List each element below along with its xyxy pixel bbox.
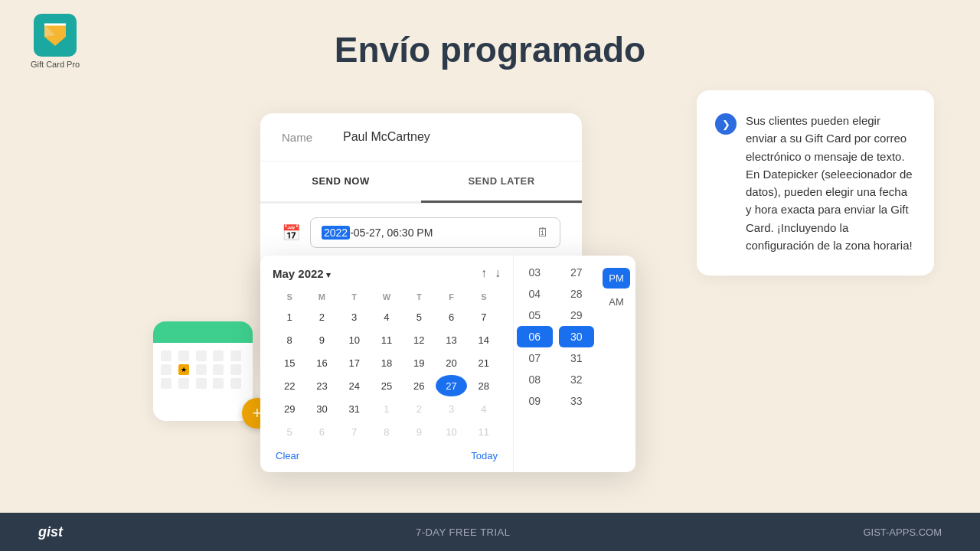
minute-item[interactable]: 29	[556, 305, 598, 326]
calendar-day[interactable]: 7	[469, 306, 499, 328]
minute-item[interactable]: 31	[556, 347, 598, 369]
calendar-day[interactable]: 3	[339, 306, 370, 328]
date-input-text: 2022-05-27, 06:30 PM	[322, 227, 433, 239]
footer-trial: 7-DAY FREE TRIAL	[416, 527, 511, 538]
page-title: Envío programado	[0, 29, 980, 70]
name-label: Name	[282, 131, 343, 144]
calendar-day[interactable]: 15	[274, 352, 305, 373]
calendar-day[interactable]: 6	[306, 421, 337, 442]
info-box: Sus clientes pueden elegir enviar a su G…	[697, 90, 934, 276]
calendar-day[interactable]: 19	[403, 352, 434, 373]
calendar-day[interactable]: 10	[436, 421, 466, 442]
info-text: Sus clientes pueden elegir enviar a su G…	[746, 112, 913, 254]
minute-item[interactable]: 33	[556, 390, 598, 412]
calendar-header: May 2022 ↑ ↓	[273, 266, 501, 280]
calendar-section: May 2022 ↑ ↓ S M T W T F S 1234567891011…	[260, 256, 513, 472]
star-cell: ★	[178, 364, 189, 375]
calendar-day[interactable]: 25	[371, 375, 402, 396]
calendar-day[interactable]: 11	[469, 421, 499, 442]
hour-item[interactable]: 04	[514, 283, 556, 305]
calendar-day[interactable]: 27	[436, 375, 466, 396]
hour-item[interactable]: 08	[514, 369, 556, 390]
date-input-box[interactable]: 2022-05-27, 06:30 PM 🗓	[310, 217, 560, 248]
day-header-t1: T	[339, 289, 370, 305]
calendar-day[interactable]: 4	[371, 306, 402, 328]
minutes-column: 27282930313233	[556, 262, 598, 466]
tab-send-now[interactable]: SEND NOW	[260, 161, 421, 203]
footer-url: GIST-APPS.COM	[863, 527, 942, 538]
calendar-day[interactable]: 5	[274, 421, 305, 442]
datepicker-popup: May 2022 ↑ ↓ S M T W T F S 1234567891011…	[260, 256, 635, 472]
name-value: Paul McCartney	[343, 130, 430, 144]
day-header-s: S	[274, 289, 305, 305]
day-header-t2: T	[403, 289, 434, 305]
calendar-day[interactable]: 6	[436, 306, 466, 328]
minute-item[interactable]: 30	[559, 326, 595, 347]
calendar-day[interactable]: 2	[306, 306, 337, 328]
cal-dec-grid: ★	[161, 350, 245, 389]
calendar-day[interactable]: 24	[339, 375, 370, 396]
day-header-w: W	[371, 289, 402, 305]
calendar-day[interactable]: 26	[403, 375, 434, 396]
day-header-f: F	[436, 289, 466, 305]
calendar-month-label[interactable]: May 2022	[273, 267, 331, 280]
calendar-day[interactable]: 8	[371, 421, 402, 442]
calendar-day[interactable]: 31	[339, 398, 370, 419]
name-row: Name Paul McCartney	[260, 113, 582, 161]
day-header-m: M	[306, 289, 337, 305]
hour-item[interactable]: 03	[514, 262, 556, 283]
calendar-day[interactable]: 8	[274, 329, 305, 350]
hour-item[interactable]: 05	[514, 305, 556, 326]
today-button[interactable]: Today	[471, 450, 498, 461]
calendar-picker-icon[interactable]: 🗓	[537, 226, 549, 240]
calendar-day[interactable]: 2	[403, 398, 434, 419]
ampm-column: PMAM	[597, 262, 635, 466]
calendar-day[interactable]: 9	[403, 421, 434, 442]
calendar-day[interactable]: 16	[306, 352, 337, 373]
time-section: 03040506070809 27282930313233 PMAM	[513, 256, 635, 472]
calendar-day[interactable]: 1	[274, 306, 305, 328]
calendar-day[interactable]: 13	[436, 329, 466, 350]
hour-item[interactable]: 07	[514, 347, 556, 369]
calendar-day[interactable]: 28	[469, 375, 499, 396]
calendar-day[interactable]: 17	[339, 352, 370, 373]
date-rest: -05-27, 06:30 PM	[350, 227, 433, 239]
calendar-day[interactable]: 11	[371, 329, 402, 350]
calendar-prev-button[interactable]: ↑	[481, 266, 487, 280]
calendar-day[interactable]: 9	[306, 329, 337, 350]
bullet-icon	[715, 113, 737, 135]
send-tabs: SEND NOW SEND LATER	[260, 161, 582, 204]
footer: gist 7-DAY FREE TRIAL GIST-APPS.COM	[0, 513, 980, 551]
calendar-day[interactable]: 10	[339, 329, 370, 350]
calendar-day[interactable]: 29	[274, 398, 305, 419]
calendar-day[interactable]: 14	[469, 329, 499, 350]
hour-item[interactable]: 06	[517, 326, 553, 347]
info-bullet: Sus clientes pueden elegir enviar a su G…	[715, 112, 913, 254]
minute-item[interactable]: 27	[556, 262, 598, 283]
calendar-day[interactable]: 23	[306, 375, 337, 396]
date-year-highlight: 2022	[322, 226, 350, 240]
calendar-day[interactable]: 18	[371, 352, 402, 373]
calendar-day[interactable]: 20	[436, 352, 466, 373]
tab-send-later[interactable]: SEND LATER	[421, 161, 582, 203]
hour-item[interactable]: 09	[514, 390, 556, 412]
calendar-day[interactable]: 3	[436, 398, 466, 419]
calendar-day[interactable]: 5	[403, 306, 434, 328]
calendar-next-button[interactable]: ↓	[495, 266, 501, 280]
calendar-decoration: ★	[153, 321, 253, 421]
calendar-day[interactable]: 1	[371, 398, 402, 419]
calendar-day[interactable]: 4	[469, 398, 499, 419]
am-button[interactable]: AM	[603, 292, 630, 312]
calendar-day[interactable]: 21	[469, 352, 499, 373]
calendar-day[interactable]: 7	[339, 421, 370, 442]
time-columns: 03040506070809 27282930313233 PMAM	[514, 256, 635, 472]
minute-item[interactable]: 32	[556, 369, 598, 390]
clear-button[interactable]: Clear	[276, 450, 299, 461]
calendar-day[interactable]: 30	[306, 398, 337, 419]
minute-item[interactable]: 28	[556, 283, 598, 305]
calendar-small-icon: 📅	[282, 223, 301, 242]
calendar-day[interactable]: 22	[274, 375, 305, 396]
pm-button[interactable]: PM	[603, 268, 630, 289]
calendar-day[interactable]: 12	[403, 329, 434, 350]
day-header-s2: S	[469, 289, 499, 305]
